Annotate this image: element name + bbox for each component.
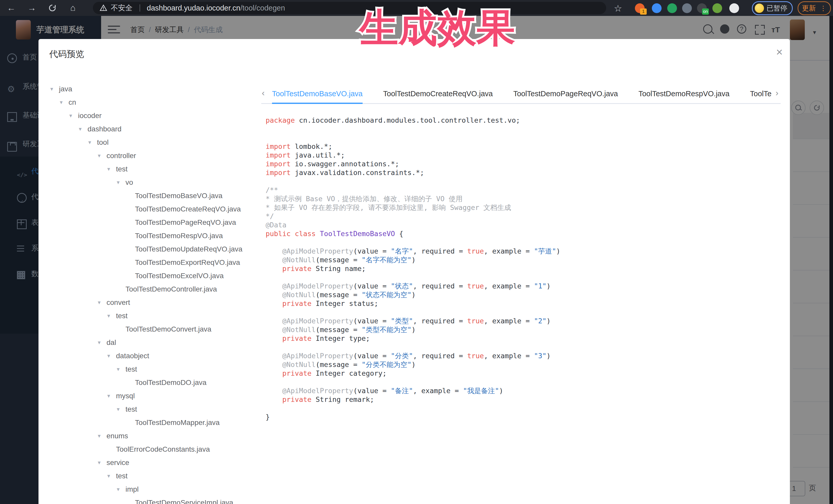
- code-line: [266, 308, 560, 317]
- tree-folder-row[interactable]: ▾test: [116, 470, 127, 483]
- tree-folder-row[interactable]: ▾tool: [97, 136, 109, 149]
- browser-update-button[interactable]: 更新 ⋮: [798, 1, 831, 15]
- extension-puzzle-icon[interactable]: [729, 3, 739, 13]
- file-tab[interactable]: ToolTestDemoPageReqVO.java: [513, 85, 618, 104]
- tree-folder-row[interactable]: ▾convert: [106, 296, 130, 309]
- tree-expand-caret-icon[interactable]: ▾: [107, 470, 110, 483]
- tabs-scroll-right-icon[interactable]: ›: [776, 88, 778, 98]
- tree-expand-caret-icon[interactable]: ▾: [98, 429, 101, 443]
- code-token: [266, 387, 282, 395]
- tree-expand-caret-icon[interactable]: ▾: [98, 149, 101, 163]
- close-icon[interactable]: ×: [773, 46, 786, 58]
- tree-file-row[interactable]: ToolErrorCodeConstants.java: [116, 443, 210, 456]
- extension-list-icon[interactable]: on: [697, 3, 707, 13]
- tree-expand-caret-icon[interactable]: ▾: [107, 309, 110, 322]
- reload-icon[interactable]: [45, 0, 60, 16]
- paused-extension-pill[interactable]: 已暂停: [752, 1, 793, 15]
- code-token: "3": [534, 352, 547, 360]
- url-text[interactable]: dashboard.yudao.iocoder.cn/tool/codegen: [147, 2, 285, 14]
- tree-node-label: controller: [106, 152, 136, 160]
- tree-expand-caret-icon[interactable]: ▾: [117, 403, 120, 416]
- tree-folder-row[interactable]: ▾dal: [106, 336, 116, 349]
- tree-expand-caret-icon[interactable]: ▾: [60, 96, 63, 109]
- browser-scrollbar[interactable]: [829, 16, 833, 504]
- tree-file-row[interactable]: ToolTestDemoBaseVO.java: [135, 189, 222, 202]
- tree-file-row[interactable]: ToolTestDemoPageReqVO.java: [135, 216, 236, 229]
- tree-file-row[interactable]: ToolTestDemoExportReqVO.java: [135, 256, 240, 269]
- home-icon[interactable]: ⌂: [65, 0, 80, 16]
- file-tab[interactable]: ToolTestDemoRespVO.java: [639, 85, 730, 104]
- tree-folder-row[interactable]: ▾controller: [106, 149, 136, 163]
- code-token: ): [546, 317, 550, 325]
- code-line: [266, 404, 560, 413]
- tree-expand-caret-icon[interactable]: ▾: [117, 363, 120, 376]
- tree-expand-caret-icon[interactable]: ▾: [69, 109, 72, 122]
- tree-file-row[interactable]: ToolTestDemoMapper.java: [135, 416, 220, 429]
- code-token: true: [467, 282, 484, 290]
- tree-file-row[interactable]: ToolTestDemoExcelVO.java: [135, 269, 223, 283]
- tree-node-label: test: [116, 472, 127, 480]
- tree-expand-caret-icon[interactable]: ▾: [117, 483, 120, 496]
- extension-green-check-icon[interactable]: [667, 3, 677, 13]
- tree-folder-row[interactable]: ▾dataobject: [116, 349, 149, 363]
- tree-expand-caret-icon[interactable]: ▾: [98, 336, 101, 349]
- code-token: ): [411, 361, 415, 368]
- extension-blue-gem-icon[interactable]: [682, 3, 692, 13]
- tree-folder-row[interactable]: ▾cn: [69, 96, 76, 109]
- file-tab[interactable]: ToolTestDemoCreateReqVO.java: [383, 85, 493, 104]
- not-secure-warning-icon: [100, 4, 107, 12]
- code-token: [266, 334, 282, 342]
- tree-file-row[interactable]: ToolTestDemoController.java: [125, 283, 217, 296]
- code-token: [266, 317, 282, 325]
- code-token: "名字不能为空": [362, 256, 412, 264]
- not-secure-label[interactable]: 不安全: [111, 2, 133, 14]
- tree-file-row[interactable]: ToolTestDemoRespVO.java: [135, 229, 223, 242]
- tree-file-row[interactable]: ToolTestDemoServiceImpl.java: [135, 496, 233, 504]
- tree-file-row[interactable]: ToolTestDemoConvert.java: [125, 322, 211, 336]
- tree-expand-caret-icon[interactable]: ▾: [88, 136, 91, 149]
- forward-icon[interactable]: →: [24, 0, 40, 16]
- tree-file-row[interactable]: ToolTestDemoDO.java: [135, 376, 207, 389]
- address-bar[interactable]: 不安全 dashboard.yudao.iocoder.cn/tool/code…: [93, 2, 606, 14]
- tree-node-label: dal: [106, 338, 116, 346]
- browser-menu-icon[interactable]: ⋮: [820, 6, 827, 10]
- code-token: [266, 326, 282, 334]
- tree-folder-row[interactable]: ▾test: [125, 403, 137, 416]
- code-line: public class ToolTestDemoBaseVO {: [266, 230, 560, 238]
- tree-expand-caret-icon[interactable]: ▾: [107, 389, 110, 403]
- tree-expand-caret-icon[interactable]: ▾: [117, 176, 120, 189]
- tree-folder-row[interactable]: ▾impl: [125, 483, 139, 496]
- extension-green-sprout-icon[interactable]: [712, 3, 722, 13]
- tree-node-label: iocoder: [78, 112, 102, 120]
- tree-folder-row[interactable]: ▾vo: [125, 176, 133, 189]
- tree-folder-row[interactable]: ▾iocoder: [78, 109, 102, 122]
- extension-orange-circle-icon[interactable]: 1: [635, 3, 645, 13]
- tree-folder-row[interactable]: ▾mysql: [116, 389, 135, 403]
- code-line: import javax.validation.constraints.*;: [266, 168, 560, 177]
- tree-expand-caret-icon[interactable]: ▾: [98, 296, 101, 309]
- tree-folder-row[interactable]: ▾dashboard: [88, 122, 121, 136]
- code-token: ): [411, 256, 415, 264]
- file-tab[interactable]: ToolTestDemoBaseVO.java: [272, 85, 363, 104]
- file-tab[interactable]: ToolTe: [750, 85, 772, 104]
- tree-folder-row[interactable]: ▾test: [116, 309, 127, 322]
- extension-blue-drop-icon[interactable]: [652, 3, 662, 13]
- code-line: private String remark;: [266, 395, 560, 404]
- tree-folder-row[interactable]: ▾enums: [106, 429, 128, 443]
- back-icon[interactable]: ←: [4, 0, 19, 16]
- tree-expand-caret-icon[interactable]: ▾: [50, 82, 53, 96]
- bookmark-star-icon[interactable]: ☆: [614, 3, 622, 14]
- tree-folder-row[interactable]: ▾test: [116, 163, 127, 176]
- tree-expand-caret-icon[interactable]: ▾: [107, 349, 110, 363]
- tree-folder-row[interactable]: ▾test: [125, 363, 137, 376]
- tree-expand-caret-icon[interactable]: ▾: [79, 122, 81, 136]
- tabs-scroll-left-icon[interactable]: ‹: [262, 88, 265, 98]
- tree-expand-caret-icon[interactable]: ▾: [107, 163, 110, 176]
- tree-folder-row[interactable]: ▾java: [59, 82, 72, 96]
- code-token: [266, 291, 282, 299]
- tree-folder-row[interactable]: ▾service: [106, 456, 129, 470]
- tree-expand-caret-icon[interactable]: ▾: [98, 456, 101, 470]
- tree-file-row[interactable]: ToolTestDemoCreateReqVO.java: [135, 202, 241, 216]
- tree-file-row[interactable]: ToolTestDemoUpdateReqVO.java: [135, 242, 242, 256]
- code-token: "我是备注": [463, 387, 499, 395]
